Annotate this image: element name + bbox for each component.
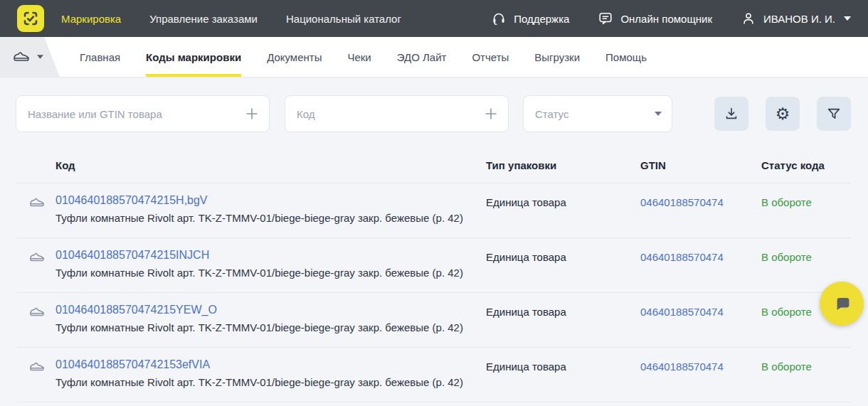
code-link[interactable]: 01046401885704742153efVIA [55,358,486,371]
package-type-cell: Единица товара [486,249,640,292]
plus-icon [245,107,259,121]
shoe-icon [12,50,31,64]
chat-bubble-icon [831,293,852,314]
settings-button[interactable]: ⚙ [766,97,800,131]
chevron-down-icon [655,112,662,116]
nav-national-catalog[interactable]: Национальный каталог [286,13,401,25]
row-category [17,304,55,347]
package-type-cell: Единица товара [486,358,640,402]
row-category [17,194,55,237]
filter-icon [826,106,842,122]
scan-check-logo-icon [22,10,39,27]
support-link[interactable]: Поддержка [491,11,569,26]
code-link[interactable]: 0104640188570474215H,bgV [55,194,486,207]
tab-documents[interactable]: Документы [267,37,322,77]
category-selector[interactable] [0,37,60,77]
table-row: 0104640188570474215INJCH Туфли комнатные… [17,238,851,293]
main-nav: Маркировка Управление заказами Националь… [61,13,401,25]
settings-icon: ⚙ [776,106,790,122]
status-placeholder: Статус [524,108,568,120]
code-link[interactable]: 0104640188570474215YEW_O [55,304,486,316]
code-cell: 01046401885704742153efVIA Туфли комнатны… [55,358,486,402]
status-caret [655,112,662,116]
status-badge: В обороте [761,194,851,237]
assistant-label: Онлайн помощник [620,13,712,25]
download-icon [724,106,739,122]
gtin-link[interactable]: 04640188570474 [640,358,761,402]
topbar-right: Поддержка Онлайн помощник ИВАНОВ И. И. [491,11,851,26]
code-filter [285,95,509,132]
nav-order-management[interactable]: Управление заказами [149,13,258,25]
shoe-icon [28,306,46,319]
tab-marking-codes[interactable]: Коды маркировки [146,37,241,77]
tab-exports[interactable]: Выгрузки [534,37,580,77]
shoe-icon [28,251,46,264]
gtin-link[interactable]: 04640188570474 [640,249,761,292]
name-gtin-input[interactable] [16,108,269,120]
product-name: Туфли комнатные Rivolt арт. TK-Z-TMMV-01… [55,321,486,333]
shoe-icon [28,196,46,209]
nav-marking[interactable]: Маркировка [61,13,121,25]
tab-help[interactable]: Помощь [605,37,647,77]
status-select[interactable]: Статус [523,95,672,132]
tab-receipts[interactable]: Чеки [347,37,371,77]
col-header-gtin: GTIN [640,159,761,171]
brand-logo[interactable] [17,5,44,32]
col-header-code-status: Статус кода [761,159,851,171]
tab-home[interactable]: Главная [80,37,120,77]
code-cell: 0104640188570474215INJCH Туфли комнатные… [55,249,486,292]
download-button[interactable] [714,97,748,131]
product-name: Туфли комнатные Rivolt арт. TK-Z-TMMV-01… [55,376,486,388]
col-header-code: Код [55,159,486,171]
code-link[interactable]: 0104640188570474215INJCH [55,249,486,262]
gtin-link[interactable]: 04640188570474 [640,304,761,347]
filter-button[interactable] [817,97,851,131]
headset-icon [491,11,507,26]
gtin-link[interactable]: 04640188570474 [640,194,761,237]
user-menu[interactable]: ИВАНОВ И. И. [741,11,851,26]
name-gtin-filter [16,95,270,132]
row-category [17,249,55,292]
table-row: 0104640188570474215YEW_O Туфли комнатные… [17,293,851,348]
plus-icon [484,107,498,121]
table-row: 01046401885704742153efVIA Туфли комнатны… [17,348,851,402]
tabbar: Главная Коды маркировки Документы Чеки Э… [0,37,868,77]
code-cell: 0104640188570474215YEW_O Туфли комнатные… [55,304,486,347]
codes-table: Код Тип упаковки GTIN Статус кода 010464… [0,148,868,402]
section-tabs: Главная Коды маркировки Документы Чеки Э… [80,37,647,77]
user-icon [741,11,756,26]
filter-actions: ⚙ [714,97,851,131]
package-type-cell: Единица товара [486,194,640,237]
filters-row: Статус ⚙ [16,95,851,132]
product-name: Туфли комнатные Rivolt арт. TK-Z-TMMV-01… [55,267,486,279]
chevron-down-icon [37,55,43,59]
chat-fab[interactable] [820,282,864,326]
topbar: Маркировка Управление заказами Националь… [0,0,868,37]
chevron-down-icon [844,16,851,21]
table-row: 0104640188570474215H,bgV Туфли комнатные… [17,183,851,238]
product-name: Туфли комнатные Rivolt арт. TK-Z-TMMV-01… [55,212,486,224]
add-code-filter-button[interactable] [484,107,498,121]
row-category [17,358,55,402]
user-name: ИВАНОВ И. И. [763,13,835,25]
code-cell: 0104640188570474215H,bgV Туфли комнатные… [55,194,486,237]
shoe-icon [28,360,46,373]
package-type-cell: Единица товара [486,304,640,347]
online-assistant-link[interactable]: Онлайн помощник [598,11,712,26]
status-badge: В обороте [761,358,851,402]
table-header: Код Тип упаковки GTIN Статус кода [17,148,851,183]
code-input[interactable] [285,108,508,120]
tab-reports[interactable]: Отчеты [472,37,509,77]
col-header-package-type: Тип упаковки [486,159,640,171]
tab-edo-lite[interactable]: ЭДО Лайт [397,37,447,77]
support-label: Поддержка [514,13,569,25]
add-name-filter-button[interactable] [245,107,259,121]
chat-lines-icon [598,11,613,26]
